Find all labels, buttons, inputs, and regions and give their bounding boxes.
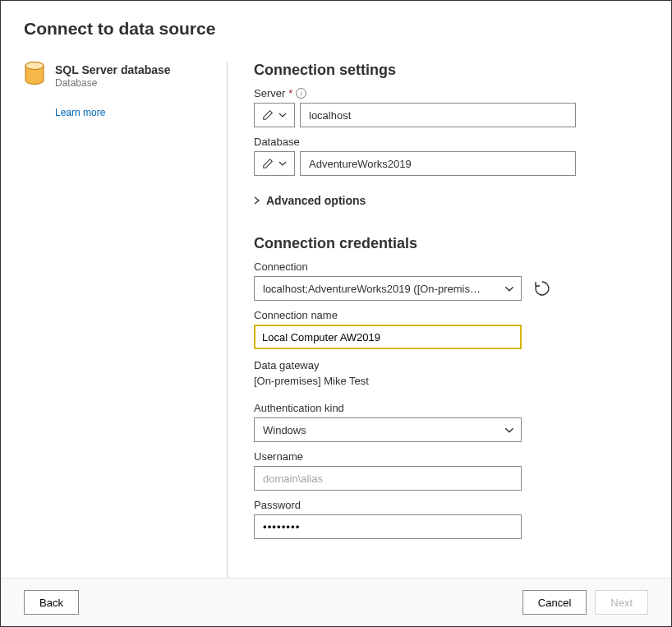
learn-more-link[interactable]: Learn more (55, 107, 105, 118)
sidebar: SQL Server database Database Learn more (24, 62, 228, 578)
auth-kind-dropdown[interactable]: Windows (254, 417, 522, 442)
chevron-right-icon (254, 196, 260, 205)
connection-name-label: Connection name (254, 309, 648, 321)
connection-label: Connection (254, 260, 648, 273)
credentials-heading: Connection credentials (254, 235, 648, 252)
back-button[interactable]: Back (24, 590, 79, 615)
settings-heading: Connection settings (254, 62, 648, 79)
datasource-category: Database (55, 77, 171, 89)
server-edit-mode-selector[interactable] (254, 103, 295, 127)
pencil-icon (262, 158, 274, 169)
connection-dropdown[interactable]: localhost;AdventureWorks2019 ([On-premis… (254, 276, 522, 301)
database-icon (24, 62, 45, 86)
server-label: Server * i (254, 87, 648, 99)
auth-kind-label: Authentication kind (254, 402, 648, 414)
advanced-options-toggle[interactable]: Advanced options (254, 194, 648, 207)
chevron-down-icon (504, 286, 514, 292)
footer: Back Cancel Next (1, 578, 671, 626)
page-title: Connect to data source (1, 1, 671, 47)
next-button: Next (595, 590, 648, 615)
password-input[interactable] (254, 514, 522, 539)
database-input[interactable] (300, 151, 576, 176)
password-label: Password (254, 499, 648, 511)
chevron-down-icon (278, 161, 287, 166)
chevron-down-icon (504, 427, 514, 433)
database-edit-mode-selector[interactable] (254, 151, 295, 176)
database-label: Database (254, 136, 648, 148)
pencil-icon (262, 109, 274, 121)
required-asterisk: * (288, 87, 292, 99)
data-gateway-value: [On-premises] Mike Test (254, 375, 648, 387)
cancel-button[interactable]: Cancel (522, 590, 587, 615)
username-input[interactable] (254, 466, 522, 491)
chevron-down-icon (278, 113, 287, 118)
data-gateway-label: Data gateway (254, 359, 648, 371)
datasource-title: SQL Server database (55, 63, 171, 76)
info-icon[interactable]: i (296, 88, 306, 99)
connection-name-input[interactable] (254, 325, 522, 349)
refresh-icon[interactable] (533, 279, 551, 297)
server-input[interactable] (300, 103, 576, 127)
username-label: Username (254, 450, 648, 463)
svg-point-1 (25, 62, 44, 70)
